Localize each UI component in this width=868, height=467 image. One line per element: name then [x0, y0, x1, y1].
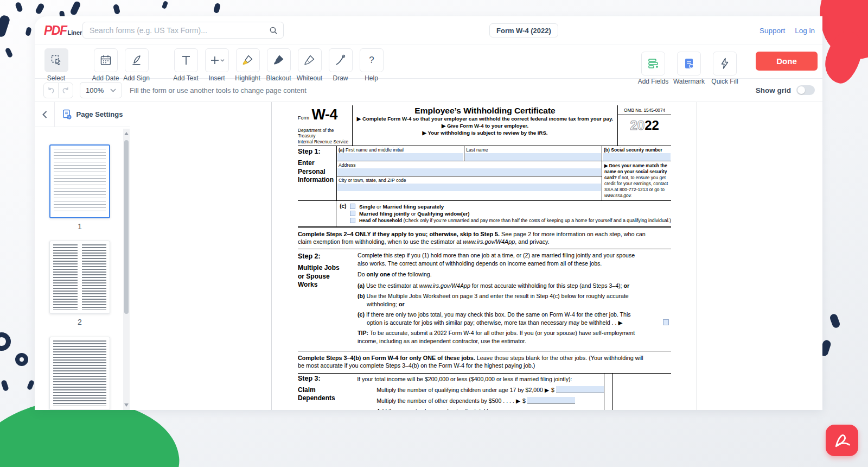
step2-label: Step 2:	[298, 253, 358, 260]
filing-status-head-of-household: Head of household (Check only if you’re …	[350, 218, 671, 223]
blackout-brush-icon	[272, 54, 285, 67]
page-thumbnail-1[interactable]	[49, 144, 110, 218]
form-year: 2022	[618, 115, 671, 133]
filing-status-single: Single or Married filing separately	[350, 204, 671, 210]
svg-text:?: ?	[369, 55, 374, 65]
form-title: Employee’s Withholding Certificate	[357, 106, 613, 116]
question-mark-icon: ?	[365, 54, 378, 67]
first-name-field[interactable]	[337, 153, 463, 161]
support-link[interactable]: Support	[760, 27, 785, 35]
step3-section: Step 3: Claim Dependents If your total i…	[298, 374, 671, 410]
top-header: PDF Liner Form W-4 (2022) Support Log in	[35, 16, 822, 45]
address-label: Address	[337, 161, 602, 168]
omb-number: OMB No. 1545-0074	[618, 105, 671, 115]
page-number-1: 1	[49, 222, 110, 231]
page-settings-label: Page Settings	[76, 110, 123, 118]
redo-button[interactable]	[58, 83, 73, 98]
last-name-field[interactable]	[465, 153, 601, 161]
add-date-tool-button[interactable]: Add Date	[90, 45, 121, 78]
dept-line-2: Internal Revenue Service	[298, 139, 350, 144]
ssa-note: ▶ Does your name match the name on your …	[602, 161, 671, 200]
add-sign-tool-button[interactable]: Add Sign	[121, 45, 152, 78]
login-link[interactable]: Log in	[795, 27, 815, 35]
qualifying-children-amount-field[interactable]	[556, 386, 604, 393]
zoom-select[interactable]: 100%	[80, 82, 122, 98]
search-input[interactable]	[88, 26, 269, 35]
pdfliner-logo[interactable]: PDF Liner	[44, 23, 82, 38]
form-subtitle-2: ▶ Give Form W-4 to your employer.	[357, 123, 613, 130]
watermark-tool-button[interactable]: Watermark	[671, 48, 707, 78]
page-settings-icon	[62, 109, 73, 120]
toggle-knob	[797, 86, 805, 94]
redo-icon	[61, 86, 70, 94]
filing-status-section: (c) Single or Married filing separately …	[298, 201, 671, 228]
chevron-left-icon	[42, 111, 47, 118]
form-subtitle-3: ▶ Your withholding is subject to review …	[357, 130, 613, 137]
step2-option-b: (b) Use the Multiple Jobs Worksheet on p…	[358, 292, 671, 308]
step3-row-number: 3	[604, 374, 613, 410]
step2-option-a: (a) Use the estimator at www.irs.gov/W4A…	[358, 282, 671, 290]
ssn-field[interactable]	[603, 153, 671, 161]
steps-2-4-note: Complete Steps 2–4 ONLY if they apply to…	[298, 228, 671, 250]
show-grid-toggle[interactable]	[796, 85, 815, 95]
steps-3-4b-note: Complete Steps 3–4(b) on Form W-4 for on…	[298, 351, 671, 374]
scroll-down-icon[interactable]	[124, 403, 129, 407]
add-fields-tool-button[interactable]: Add Fields	[635, 48, 671, 78]
city-label: City or town, state, and ZIP code	[337, 176, 602, 184]
signature-pen-icon	[130, 54, 143, 67]
step1-label: Step 1:	[298, 148, 336, 155]
page-thumbnail-2[interactable]	[49, 241, 110, 314]
filing-status-married-jointly: Married filing jointly or Qualifying wid…	[350, 211, 671, 217]
undo-icon	[47, 86, 55, 94]
page-thumbnail-3[interactable]	[49, 337, 110, 410]
document-title-badge: Form W-4 (2022)	[489, 23, 558, 37]
collapse-sidebar-button[interactable]	[35, 102, 55, 127]
draw-tool-button[interactable]: Draw	[325, 45, 356, 78]
sidebar-scrollbar[interactable]	[123, 129, 130, 410]
sub-toolbar: 100% Fill the form or use another tools …	[35, 79, 822, 102]
help-tool-button[interactable]: ? Help	[356, 45, 387, 78]
single-checkbox[interactable]	[350, 204, 355, 209]
step3-intro: If your total income will be $200,000 or…	[357, 376, 604, 382]
scroll-up-icon[interactable]	[124, 132, 129, 135]
watermark-icon	[682, 57, 695, 70]
chevron-down-icon	[110, 89, 116, 92]
scrollbar-thumb[interactable]	[124, 140, 129, 314]
married-jointly-checkbox[interactable]	[350, 211, 355, 216]
city-field[interactable]	[337, 184, 601, 191]
select-tool-button[interactable]: Select	[41, 45, 72, 78]
form-word: Form	[298, 115, 309, 121]
page-3-preview	[53, 340, 106, 406]
other-dependents-amount-field[interactable]	[527, 397, 575, 404]
page-2-preview	[53, 244, 106, 310]
last-name-label: Last name	[464, 146, 602, 153]
address-field[interactable]	[337, 168, 601, 176]
whiteout-brush-icon	[303, 54, 316, 67]
page-settings-button[interactable]: Page Settings	[55, 109, 130, 120]
logo-pdf-text: PDF	[44, 23, 67, 38]
step3-total-line: Add the amounts above and enter the tota…	[357, 408, 604, 410]
logo-liner-text: Liner	[68, 29, 82, 36]
search-icon[interactable]	[269, 26, 278, 35]
add-text-tool-button[interactable]: Add Text	[170, 45, 201, 78]
main-toolbar: Select Add Date	[35, 45, 822, 79]
c-marker: (c)	[336, 203, 350, 224]
two-jobs-checkbox[interactable]	[663, 319, 669, 325]
whiteout-tool-button[interactable]: Whiteout	[294, 45, 325, 78]
step2-section: Step 2: Multiple Jobs or Spouse Works Co…	[298, 249, 671, 351]
insert-tool-button[interactable]: Insert	[201, 45, 232, 78]
calendar-icon	[99, 54, 112, 67]
highlight-tool-button[interactable]: Highlight	[232, 45, 263, 78]
search-bar[interactable]	[82, 22, 284, 39]
blackout-tool-button[interactable]: Blackout	[263, 45, 294, 78]
done-button[interactable]: Done	[756, 52, 818, 71]
undo-button[interactable]	[43, 83, 59, 98]
pdf-fab-button[interactable]	[826, 425, 858, 456]
show-grid-label: Show grid	[756, 86, 791, 94]
quick-fill-tool-button[interactable]: Quick Fill	[707, 48, 743, 78]
text-icon	[180, 54, 193, 67]
head-of-household-checkbox[interactable]	[350, 218, 355, 223]
page-number-2: 2	[49, 318, 110, 326]
ssn-label: (b) Social security number	[602, 146, 671, 153]
first-name-label: (a) First name and middle initial	[337, 146, 464, 153]
